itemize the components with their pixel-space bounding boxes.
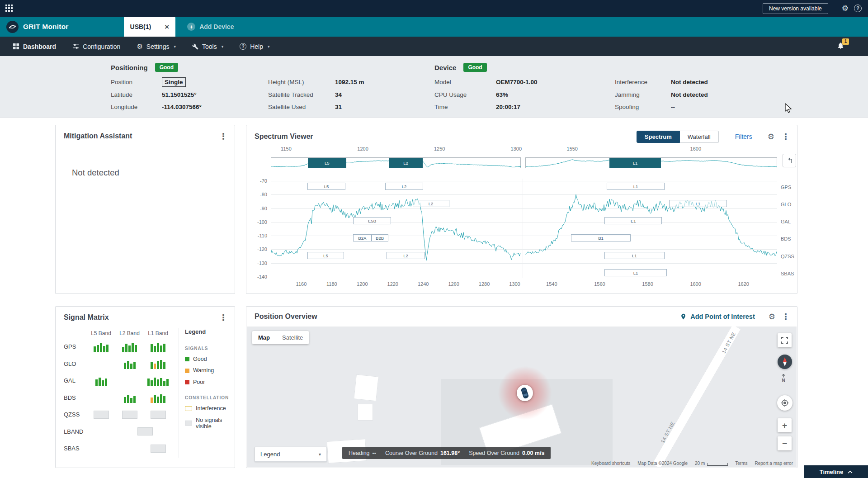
gear-icon: ⚙ xyxy=(137,43,142,50)
spectrum-plot-right[interactable] xyxy=(525,176,777,283)
spectrum-overview-strip[interactable]: L1 xyxy=(525,157,777,168)
map-building xyxy=(358,404,373,421)
zoom-in-button[interactable]: + xyxy=(778,418,792,432)
signal-bar xyxy=(133,396,136,403)
north-indicator[interactable]: N xyxy=(781,373,786,383)
kebab-menu-icon[interactable]: ⋮ xyxy=(218,313,228,322)
no-signal-box xyxy=(94,411,109,419)
nav-item-label: Configuration xyxy=(83,43,120,50)
status-field: InterferenceNot detected xyxy=(615,76,750,89)
reset-zoom-button[interactable] xyxy=(783,154,796,167)
terms-link[interactable]: Terms xyxy=(735,461,747,466)
signal-bar xyxy=(105,379,107,386)
device-tab-usb[interactable]: USB(1) × xyxy=(124,17,176,37)
close-icon[interactable]: × xyxy=(165,23,169,31)
notification-badge: 1 xyxy=(842,38,849,45)
matrix-row-gps: GPS xyxy=(64,338,172,355)
signal-bar xyxy=(151,398,153,403)
matrix-cell xyxy=(87,372,115,389)
status-field: Satellite Tracked34 xyxy=(268,89,431,101)
gear-icon[interactable]: ⚙ xyxy=(768,133,774,141)
nav-item-configuration[interactable]: Configuration xyxy=(72,43,120,50)
spectrum-plot-left[interactable] xyxy=(271,176,521,283)
signal-bar xyxy=(157,343,159,352)
new-version-button[interactable]: New version available xyxy=(763,3,828,14)
telemetry-heading: Heading-- xyxy=(349,450,376,456)
locate-button[interactable] xyxy=(777,395,793,411)
status-field-label: Spoofing xyxy=(615,104,671,110)
signal-bar xyxy=(95,379,98,386)
no-signal-box xyxy=(137,427,153,435)
telemetry-label: Course Over Ground xyxy=(385,450,438,456)
signal-bar xyxy=(100,343,102,352)
apps-grid-icon[interactable] xyxy=(5,5,13,12)
zoom-out-button[interactable]: − xyxy=(778,436,792,450)
overview-band-l5: L5 xyxy=(308,158,346,168)
filters-link[interactable]: Filters xyxy=(735,133,752,140)
map-canvas[interactable]: 14 ST NE 14 ST NE Map Satellite xyxy=(247,327,797,467)
add-device-label: Add Device xyxy=(199,23,234,30)
map-data-credit: Map Data ©2024 Google xyxy=(637,461,688,466)
constellation-row-label: GPS xyxy=(781,185,791,190)
kebab-menu-icon[interactable]: ⋮ xyxy=(781,133,791,141)
nav-item-help[interactable]: ?Help▾ xyxy=(240,43,269,50)
signal-bar xyxy=(160,345,162,352)
status-field-label: Model xyxy=(434,79,496,85)
matrix-cell xyxy=(87,406,115,423)
no-signal-box xyxy=(151,411,166,419)
status-field-label: CPU Usage xyxy=(434,91,496,98)
y-axis-tick-label: -120 xyxy=(246,246,267,252)
compass-needle-icon xyxy=(782,357,788,366)
spectrum-tab[interactable]: Spectrum xyxy=(637,131,680,143)
matrix-cell xyxy=(115,389,144,407)
mitigation-assistant-card: Mitigation Assistant ⋮ Not detected xyxy=(55,125,235,294)
reset-zoom-icon xyxy=(786,157,793,164)
signal-bar xyxy=(103,346,105,352)
gear-icon[interactable]: ⚙ xyxy=(769,313,775,321)
status-field-value: 1092.15 m xyxy=(335,79,364,85)
legend-item-label: Good xyxy=(193,356,207,362)
report-map-error-link[interactable]: Report a map error xyxy=(755,461,793,466)
map-building xyxy=(354,374,378,402)
nav-item-dashboard[interactable]: Dashboard xyxy=(13,43,56,50)
device-title: Device xyxy=(434,64,456,71)
band-annotation-b2b: B2B xyxy=(372,234,388,241)
top-bar: New version available ⚙ ? xyxy=(0,0,868,17)
overview-band-l2: L2 xyxy=(389,158,422,168)
nav-item-tools[interactable]: Tools▾ xyxy=(192,43,223,50)
help-icon[interactable]: ? xyxy=(854,5,862,12)
add-device-button[interactable]: + Add Device xyxy=(187,23,234,31)
status-field: Height (MSL)1092.15 m xyxy=(268,76,431,89)
timeline-expand-button[interactable]: Timeline xyxy=(804,465,868,478)
map-legend-dropdown[interactable]: Legend ▾ xyxy=(255,447,327,462)
waterfall-tab[interactable]: Waterfall xyxy=(680,131,719,143)
kebab-menu-icon[interactable]: ⋮ xyxy=(781,312,791,321)
signal-bar xyxy=(163,362,165,369)
status-field: Longitude-114.0307566° xyxy=(111,101,268,114)
overview-band-l1: L1 xyxy=(609,158,661,168)
nav-items: DashboardConfiguration⚙Settings▾Tools▾?H… xyxy=(13,43,270,50)
matrix-cell xyxy=(87,355,115,373)
legend-item-label: No signals visible xyxy=(196,417,232,430)
map-button[interactable]: Map xyxy=(252,331,276,344)
car-icon xyxy=(520,386,529,399)
status-strip: Positioning Good PositionSingleLatitude5… xyxy=(0,56,868,118)
spectrum-overview-strip[interactable]: L5L2 xyxy=(271,157,521,168)
signal-bar xyxy=(102,380,104,386)
compass-button[interactable] xyxy=(778,355,792,369)
status-field: CPU Usage63% xyxy=(434,89,615,101)
add-point-of-interest-button[interactable]: Add Point of Interest xyxy=(680,313,755,320)
gear-icon[interactable]: ⚙ xyxy=(842,5,849,12)
kebab-menu-icon[interactable]: ⋮ xyxy=(218,132,228,141)
satellite-button[interactable]: Satellite xyxy=(276,331,309,344)
y-axis-tick-label: -110 xyxy=(246,233,267,238)
keyboard-shortcuts-link[interactable]: Keyboard shortcuts xyxy=(591,461,630,466)
notifications-button[interactable]: 1 xyxy=(837,42,844,52)
screen: New version available ⚙ ? GRIT Monitor U… xyxy=(0,0,868,478)
signal-bar xyxy=(157,361,159,369)
nav-item-settings[interactable]: ⚙Settings▾ xyxy=(137,43,176,50)
band-annotation-b1: B1 xyxy=(571,234,631,241)
matrix-row-label: GLO xyxy=(64,355,87,373)
fullscreen-button[interactable] xyxy=(778,333,792,347)
signal-bar xyxy=(124,397,126,403)
